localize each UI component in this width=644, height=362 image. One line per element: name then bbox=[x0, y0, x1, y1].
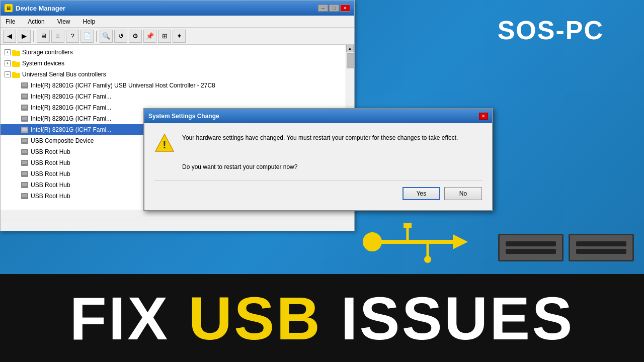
sos-pc-label: SOS-PC bbox=[498, 15, 604, 45]
storage-controllers-label: Storage controllers bbox=[22, 49, 73, 56]
titlebar-icon: 🖥 bbox=[5, 4, 13, 12]
svg-rect-18 bbox=[22, 106, 27, 109]
titlebar-buttons: ─ □ ✕ bbox=[318, 5, 350, 12]
tree-item-intel-2[interactable]: Intel(R) 82801G (ICH7 Fami... bbox=[1, 91, 354, 102]
usb-root-hub-5-label: USB Root Hub bbox=[31, 193, 70, 200]
usb-controllers-label: Universal Serial Bus controllers bbox=[22, 71, 106, 78]
window-title: Device Manager bbox=[16, 5, 65, 12]
dialog-question-text: Do you want to restart your computer now… bbox=[154, 163, 482, 170]
menu-file[interactable]: File bbox=[3, 17, 18, 26]
banner-text: FIX USB ISSUES bbox=[70, 288, 575, 348]
menu-view[interactable]: View bbox=[55, 17, 73, 26]
folder-icon-usb bbox=[12, 71, 20, 78]
dialog-separator bbox=[154, 180, 482, 181]
svg-rect-22 bbox=[22, 128, 27, 131]
menu-action[interactable]: Action bbox=[25, 17, 47, 26]
device-icon-root-3 bbox=[21, 170, 29, 178]
status-bar bbox=[1, 220, 354, 231]
menu-bar: File Action View Help bbox=[1, 16, 354, 28]
system-settings-dialog: System Settings Change ✕ ! Your hardware… bbox=[143, 108, 493, 211]
device-icon-root-4 bbox=[21, 181, 29, 189]
svg-rect-4 bbox=[404, 223, 412, 228]
tree-item-system[interactable]: + System devices bbox=[1, 58, 354, 69]
intel-device-1-label: Intel(R) 82801G (ICH7 Family) USB Univer… bbox=[31, 82, 215, 89]
toolbar-extra2[interactable]: ✦ bbox=[173, 30, 186, 43]
tree-item-storage[interactable]: + Storage controllers bbox=[1, 47, 354, 58]
device-icon-root-1 bbox=[21, 148, 29, 156]
toolbar-pin[interactable]: 📌 bbox=[143, 30, 156, 43]
expand-usb[interactable]: − bbox=[5, 71, 11, 77]
usb-root-hub-4-label: USB Root Hub bbox=[31, 182, 70, 189]
toolbar-extra1[interactable]: ⊞ bbox=[158, 30, 171, 43]
warning-icon: ! bbox=[154, 133, 175, 153]
device-icon-4 bbox=[21, 115, 29, 123]
minimize-button[interactable]: ─ bbox=[318, 5, 328, 12]
window-titlebar: 🖥 Device Manager ─ □ ✕ bbox=[1, 1, 354, 16]
svg-rect-28 bbox=[22, 161, 27, 164]
no-button[interactable]: No bbox=[444, 187, 482, 200]
svg-point-0 bbox=[363, 233, 381, 251]
svg-rect-34 bbox=[22, 194, 27, 197]
toolbar-forward[interactable]: ▶ bbox=[18, 30, 31, 43]
dialog-buttons: Yes No bbox=[154, 187, 482, 203]
usb-port-2 bbox=[569, 234, 634, 261]
expand-storage[interactable]: + bbox=[5, 49, 11, 55]
toolbar-doc[interactable]: 📄 bbox=[80, 30, 94, 43]
tree-item-intel-1[interactable]: Intel(R) 82801G (ICH7 Family) USB Univer… bbox=[1, 80, 354, 91]
toolbar-sep-2 bbox=[96, 31, 97, 42]
toolbar-search[interactable]: 🔍 bbox=[100, 30, 113, 43]
dialog-titlebar: System Settings Change ✕ bbox=[144, 109, 492, 123]
dialog-body: ! Your hardware settings have changed. Y… bbox=[144, 123, 492, 210]
toolbar-list[interactable]: ≡ bbox=[51, 30, 64, 43]
svg-rect-12 bbox=[12, 72, 16, 74]
usb-root-hub-3-label: USB Root Hub bbox=[31, 170, 70, 177]
device-icon-root-2 bbox=[21, 159, 29, 167]
toolbar-back[interactable]: ◀ bbox=[3, 30, 16, 43]
usb-root-hub-1-label: USB Root Hub bbox=[31, 148, 70, 155]
banner-issues: ISSUES bbox=[322, 285, 575, 352]
toolbar: ◀ ▶ 🖥 ≡ ? 📄 🔍 ↺ ⚙ 📌 ⊞ ✦ bbox=[1, 28, 354, 45]
usb-root-hub-2-label: USB Root Hub bbox=[31, 159, 70, 166]
yes-button[interactable]: Yes bbox=[403, 187, 440, 200]
system-devices-label: System devices bbox=[22, 60, 64, 67]
svg-rect-32 bbox=[22, 183, 27, 186]
folder-icon-system bbox=[12, 60, 20, 67]
svg-rect-20 bbox=[22, 117, 27, 120]
maximize-button[interactable]: □ bbox=[329, 5, 339, 12]
dialog-close-button[interactable]: ✕ bbox=[479, 113, 488, 120]
intel-device-5-label: Intel(R) 82801G (ICH7 Fami... bbox=[31, 126, 111, 133]
svg-rect-10 bbox=[12, 61, 16, 63]
usb-port-slot-1 bbox=[506, 241, 556, 246]
svg-point-6 bbox=[424, 256, 431, 263]
intel-device-3-label: Intel(R) 82801G (ICH7 Fami... bbox=[31, 104, 111, 111]
device-icon-5 bbox=[21, 126, 29, 134]
banner-fix: FIX bbox=[70, 285, 189, 352]
dialog-message-text: Your hardware settings have changed. You… bbox=[182, 133, 458, 142]
scroll-thumb[interactable] bbox=[347, 53, 354, 68]
scroll-up-btn[interactable]: ▲ bbox=[346, 45, 354, 52]
usb-symbol bbox=[362, 219, 473, 266]
toolbar-properties[interactable]: ⚙ bbox=[129, 30, 142, 43]
usb-port-slot-4 bbox=[576, 249, 626, 254]
toolbar-help[interactable]: ? bbox=[66, 30, 79, 43]
usb-composite-label: USB Composite Device bbox=[31, 137, 94, 144]
dialog-title: System Settings Change bbox=[148, 113, 219, 120]
folder-icon-storage bbox=[12, 49, 20, 56]
svg-rect-14 bbox=[22, 83, 27, 86]
svg-rect-26 bbox=[22, 150, 27, 153]
intel-device-4-label: Intel(R) 82801G (ICH7 Fami... bbox=[31, 115, 111, 122]
titlebar-left: 🖥 Device Manager bbox=[5, 4, 65, 12]
usb-port-1 bbox=[498, 234, 564, 261]
device-icon-2 bbox=[21, 93, 29, 101]
svg-rect-30 bbox=[22, 172, 27, 175]
expand-system[interactable]: + bbox=[5, 60, 11, 66]
toolbar-refresh[interactable]: ↺ bbox=[114, 30, 127, 43]
close-button[interactable]: ✕ bbox=[340, 5, 350, 12]
toolbar-computer[interactable]: 🖥 bbox=[37, 30, 50, 43]
svg-rect-16 bbox=[22, 95, 27, 98]
svg-rect-8 bbox=[12, 50, 16, 52]
device-icon-1 bbox=[21, 81, 29, 89]
menu-help[interactable]: Help bbox=[80, 17, 98, 26]
tree-item-usb-controllers[interactable]: − Universal Serial Bus controllers bbox=[1, 69, 354, 80]
dialog-message-row: ! Your hardware settings have changed. Y… bbox=[154, 133, 482, 153]
